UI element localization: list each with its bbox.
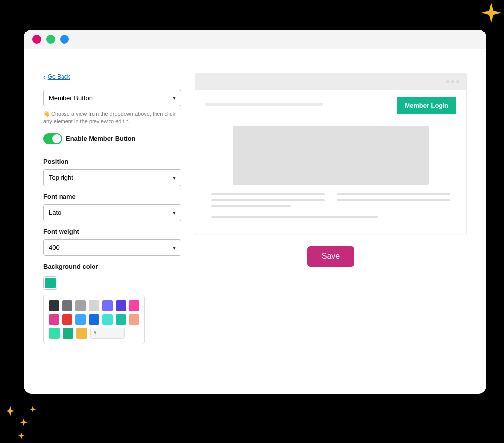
color-swatch[interactable] (102, 300, 113, 311)
font-name-select[interactable]: Lato ▾ (43, 204, 181, 221)
helper-text: 👋Choose a view from the dropdown above, … (43, 110, 181, 126)
placeholder-hero (233, 126, 429, 185)
window-close-icon[interactable] (32, 35, 41, 44)
color-swatch[interactable] (75, 314, 86, 325)
color-swatch[interactable] (76, 328, 87, 339)
font-weight-select[interactable]: 400 ▾ (43, 239, 181, 256)
view-selector[interactable]: Member Button ▾ (43, 90, 181, 106)
color-swatch[interactable] (49, 300, 59, 311)
window-titlebar (24, 30, 486, 49)
bg-color-label: Background color (43, 263, 181, 270)
placeholder-bar (205, 103, 323, 106)
position-value: Top right (49, 174, 73, 181)
member-login-button[interactable]: Member Login (397, 97, 456, 114)
preview-browser-bar (195, 73, 466, 90)
font-weight-label: Font weight (43, 228, 181, 235)
go-back-label: Go Back (48, 73, 70, 80)
settings-panel: ‹ Go Back Member Button ▾ 👋Choose a view… (43, 73, 181, 374)
placeholder-lines (205, 193, 456, 218)
chevron-down-icon: ▾ (173, 95, 176, 101)
view-selector-value: Member Button (49, 95, 93, 102)
hex-input[interactable] (90, 328, 125, 339)
chevron-down-icon: ▾ (173, 244, 176, 251)
mini-dot-icon (451, 80, 454, 83)
mini-dot-icon (446, 80, 449, 83)
position-label: Position (43, 158, 181, 165)
content-area: ‹ Go Back Member Button ▾ 👋Choose a view… (24, 49, 486, 394)
font-name-value: Lato (49, 209, 61, 216)
color-swatch[interactable] (49, 328, 60, 339)
sparkle-icon (30, 406, 36, 412)
color-swatch[interactable] (129, 314, 139, 325)
save-button[interactable]: Save (307, 246, 354, 267)
app-window: ‹ Go Back Member Button ▾ 👋Choose a view… (24, 30, 486, 394)
sparkle-icon (18, 432, 25, 439)
mini-dot-icon (456, 80, 459, 83)
color-swatch[interactable] (62, 300, 72, 311)
preview-body: Member Login (195, 90, 466, 234)
position-select[interactable]: Top right ▾ (43, 169, 181, 186)
chevron-down-icon: ▾ (173, 174, 176, 181)
color-swatch[interactable] (89, 314, 99, 325)
color-swatch[interactable] (116, 300, 126, 311)
color-swatch[interactable] (75, 300, 86, 311)
go-back-link[interactable]: ‹ Go Back (43, 73, 181, 81)
color-swatch[interactable] (102, 314, 113, 325)
chevron-left-icon: ‹ (43, 73, 46, 81)
color-swatch[interactable] (129, 300, 139, 311)
sparkle-icon (481, 3, 501, 23)
font-name-label: Font name (43, 193, 181, 200)
enable-toggle[interactable] (43, 133, 62, 144)
toggle-knob (52, 134, 61, 143)
bg-color-swatch[interactable] (43, 276, 57, 290)
color-swatch[interactable] (89, 300, 99, 311)
color-swatch[interactable] (116, 314, 126, 325)
wave-icon: 👋 (43, 111, 50, 117)
sparkle-icon (5, 406, 16, 416)
color-swatch[interactable] (63, 328, 73, 339)
color-palette (43, 295, 145, 344)
sparkle-icon (20, 418, 28, 426)
color-swatch[interactable] (49, 314, 59, 325)
chevron-down-icon: ▾ (173, 209, 176, 216)
bg-color-swatch-inner (45, 278, 56, 288)
color-swatch[interactable] (62, 314, 72, 325)
enable-toggle-label: Enable Member Button (66, 135, 136, 142)
preview-column: Member Login (195, 73, 467, 374)
window-minimize-icon[interactable] (46, 35, 55, 44)
window-maximize-icon[interactable] (60, 35, 69, 44)
preview-frame: Member Login (195, 73, 467, 234)
font-weight-value: 400 (49, 244, 60, 251)
